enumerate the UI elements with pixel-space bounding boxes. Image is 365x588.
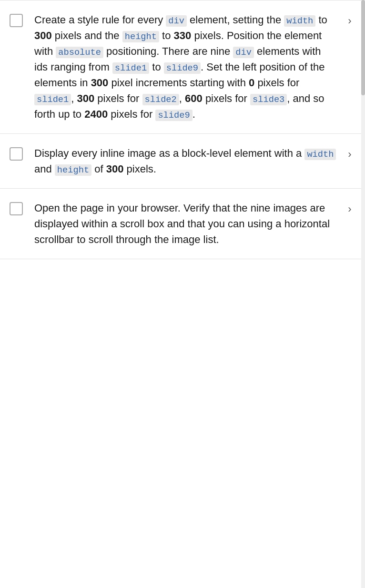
code-tag: width [304, 149, 336, 160]
task-item: Create a style rule for every div elemen… [0, 0, 365, 134]
bold-text: 300 [91, 77, 109, 89]
code-tag: div [233, 47, 254, 58]
task-arrow-icon[interactable]: › [344, 15, 355, 26]
bold-text: 0 [249, 77, 254, 89]
bold-text: 330 [174, 30, 192, 41]
code-tag: slide1 [34, 94, 71, 105]
code-tag: height [55, 164, 91, 176]
code-tag: slide1 [112, 62, 149, 74]
task-arrow-icon[interactable]: › [344, 148, 355, 160]
task-content: Open the page in your browser. Verify th… [34, 200, 336, 247]
task-content: Create a style rule for every div elemen… [34, 12, 336, 122]
task-checkbox[interactable] [10, 14, 23, 27]
task-checkbox[interactable] [10, 147, 23, 161]
task-arrow-icon[interactable]: › [344, 203, 355, 214]
code-tag: width [284, 15, 315, 27]
code-tag: height [122, 31, 159, 42]
task-checkbox[interactable] [10, 202, 23, 215]
code-tag: div [166, 15, 187, 27]
code-tag: absolute [56, 47, 103, 58]
bold-text: 2400 [84, 108, 108, 120]
bold-text: 300 [77, 92, 95, 104]
scrollbar-track[interactable] [361, 0, 365, 588]
code-tag: slide3 [250, 94, 287, 105]
code-tag: slide9 [164, 62, 201, 74]
bold-text: 300 [106, 163, 124, 175]
code-tag: slide2 [142, 94, 179, 105]
task-list: Create a style rule for every div elemen… [0, 0, 365, 259]
code-tag: slide9 [155, 110, 192, 121]
bold-text: 300 [34, 30, 52, 41]
task-item: Open the page in your browser. Verify th… [0, 189, 365, 259]
task-content: Display every inline image as a block-le… [34, 145, 336, 177]
scrollbar-thumb[interactable] [361, 0, 365, 95]
bold-text: 600 [185, 92, 203, 104]
task-item: Display every inline image as a block-le… [0, 134, 365, 189]
